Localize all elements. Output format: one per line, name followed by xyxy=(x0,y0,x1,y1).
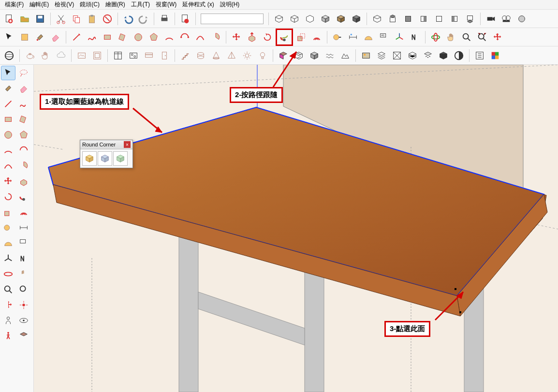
top-view-icon[interactable] xyxy=(385,12,400,26)
menu-edit[interactable]: 編輯(E) xyxy=(28,0,51,9)
round-corner-mode2-icon[interactable] xyxy=(98,151,112,166)
dimension-tool-icon[interactable] xyxy=(16,220,31,235)
photo-icon[interactable] xyxy=(359,48,373,63)
outliner-icon[interactable] xyxy=(472,48,487,63)
viewport[interactable]: Round Corner × 1-選取如圖藍線為軌道線 3-點選此面 xyxy=(34,65,558,392)
freehand-tool-icon[interactable] xyxy=(16,97,31,111)
bed-icon[interactable] xyxy=(142,48,156,63)
wireframe-icon[interactable] xyxy=(287,12,302,26)
menu-camera[interactable]: 鏡頭(C) xyxy=(78,0,102,9)
polygon-tool-icon[interactable] xyxy=(16,128,31,142)
rect-tool-icon[interactable] xyxy=(1,112,15,127)
scale-tool-icon[interactable] xyxy=(1,205,15,219)
light-icon[interactable] xyxy=(255,48,270,63)
frame-icon[interactable] xyxy=(90,48,104,63)
zoom-tool-icon[interactable] xyxy=(1,282,15,297)
shaded-texture-icon[interactable] xyxy=(334,12,348,26)
materials-icon[interactable] xyxy=(488,48,502,63)
section-tool-icon[interactable] xyxy=(16,329,31,343)
offset-tool-icon[interactable] xyxy=(16,205,31,219)
pencil-icon[interactable] xyxy=(1,97,15,111)
axes-tool-icon[interactable] xyxy=(1,251,15,266)
terrain-icon[interactable] xyxy=(338,48,352,63)
pushpull-tool-icon[interactable] xyxy=(16,174,31,189)
tape-icon[interactable] xyxy=(330,30,345,44)
xray-icon[interactable] xyxy=(272,12,286,26)
menu-window[interactable]: 視窗(W) xyxy=(154,0,178,9)
arc3-tool-icon[interactable] xyxy=(1,159,15,173)
cube-pattern-icon[interactable] xyxy=(421,48,435,63)
position-icon[interactable] xyxy=(16,298,31,312)
round-corner-mode3-icon[interactable] xyxy=(113,151,128,166)
pushpull-icon[interactable] xyxy=(245,30,259,44)
layer-combo[interactable] xyxy=(201,14,264,24)
zoomext-tool-icon[interactable] xyxy=(16,282,31,297)
polygon-icon[interactable] xyxy=(147,30,161,44)
iso-icon[interactable] xyxy=(370,12,384,26)
shaded-icon[interactable] xyxy=(318,12,333,26)
copy-icon[interactable] xyxy=(69,12,84,26)
spiral-icon[interactable] xyxy=(193,48,208,63)
model-info-icon[interactable] xyxy=(178,12,192,26)
paint-tool-icon[interactable] xyxy=(1,81,15,96)
arc2-icon[interactable] xyxy=(177,30,192,44)
tape-tool-icon[interactable] xyxy=(1,220,15,235)
bottom-view-icon[interactable] xyxy=(463,12,477,26)
panel-header[interactable]: Round Corner × xyxy=(80,140,132,149)
pan-icon[interactable] xyxy=(444,30,458,44)
eraser-icon[interactable] xyxy=(48,30,63,44)
grid-cube-icon[interactable] xyxy=(405,48,420,63)
freehand-icon[interactable] xyxy=(85,30,99,44)
delete-icon[interactable] xyxy=(100,12,115,26)
menu-extensions[interactable]: 延伸程式 (x) xyxy=(180,0,216,9)
zoom-extents-icon[interactable] xyxy=(475,30,489,44)
cone-icon[interactable] xyxy=(209,48,223,63)
record-icon[interactable] xyxy=(514,12,529,26)
close-icon[interactable]: × xyxy=(124,141,131,148)
cut-icon[interactable] xyxy=(54,12,68,26)
waves-icon[interactable] xyxy=(323,48,337,63)
new-file-icon[interactable] xyxy=(2,12,16,26)
cube-fill-icon[interactable] xyxy=(307,48,322,63)
move-tool-icon[interactable] xyxy=(1,174,15,189)
monochrome-icon[interactable] xyxy=(349,12,364,26)
redo-icon[interactable] xyxy=(136,12,151,26)
cooktop-icon[interactable] xyxy=(126,48,141,63)
orbit-icon[interactable] xyxy=(428,30,443,44)
protractor-icon[interactable] xyxy=(361,30,376,44)
3dtext-tool-icon[interactable] xyxy=(16,251,31,266)
save-icon[interactable] xyxy=(33,12,47,26)
layers-icon[interactable] xyxy=(374,48,389,63)
dimension-icon[interactable] xyxy=(346,30,360,44)
zoomfit-tool-icon[interactable] xyxy=(1,298,15,312)
undo-icon[interactable] xyxy=(121,12,135,26)
hand-icon[interactable] xyxy=(38,48,53,63)
orbit-tool-icon[interactable] xyxy=(1,267,15,281)
hidden-line-icon[interactable] xyxy=(303,12,317,26)
window-icon[interactable] xyxy=(111,48,125,63)
right-view-icon[interactable] xyxy=(416,12,431,26)
round-corner-panel[interactable]: Round Corner × xyxy=(80,140,133,168)
door-icon[interactable] xyxy=(157,48,172,63)
pyramid-icon[interactable] xyxy=(224,48,239,63)
pan-tool-icon[interactable] xyxy=(16,267,31,281)
rectangle-icon[interactable] xyxy=(100,30,115,44)
arc2-tool-icon[interactable] xyxy=(16,143,31,158)
rotate-icon[interactable] xyxy=(260,30,275,44)
text-tool-icon[interactable] xyxy=(16,236,31,250)
render-icon[interactable] xyxy=(74,48,89,63)
menu-view[interactable]: 檢視(V) xyxy=(53,0,76,9)
followme-tool-icon[interactable] xyxy=(16,189,31,204)
zoom-icon[interactable] xyxy=(459,30,474,44)
menu-tools[interactable]: 工具(T) xyxy=(129,0,152,9)
rotate-tool-icon[interactable] xyxy=(1,189,15,204)
print-icon[interactable] xyxy=(157,12,172,26)
arc-tool-icon[interactable] xyxy=(1,143,15,158)
cube-two-icon[interactable] xyxy=(452,48,466,63)
sun-icon[interactable] xyxy=(240,48,254,63)
menu-help[interactable]: 說明(H) xyxy=(218,0,242,9)
menu-draw[interactable]: 繪圖(R) xyxy=(103,0,127,9)
person-icon[interactable] xyxy=(1,313,15,328)
film-icon[interactable] xyxy=(499,12,514,26)
select-tool-icon[interactable] xyxy=(1,66,15,80)
